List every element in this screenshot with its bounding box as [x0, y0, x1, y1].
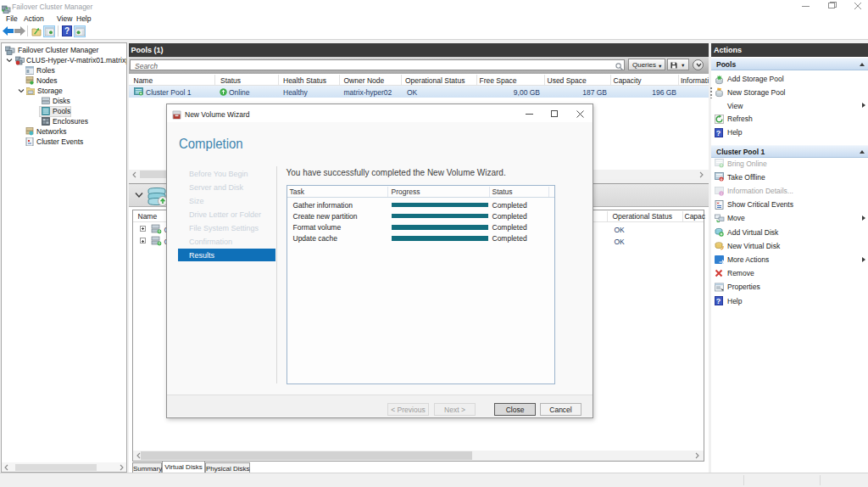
svg-text:i: i — [721, 191, 721, 196]
